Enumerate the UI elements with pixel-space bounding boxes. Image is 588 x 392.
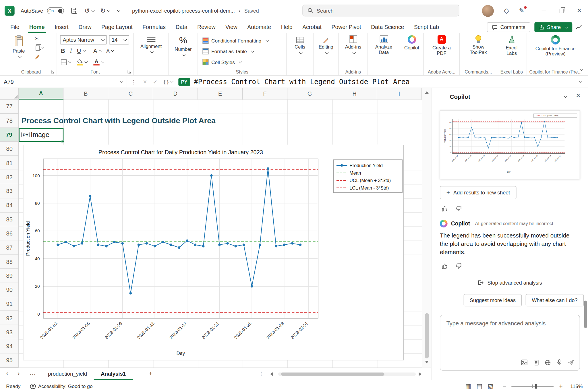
activity-chart-icon[interactable] (576, 24, 582, 30)
close-button[interactable]: × (570, 0, 588, 22)
zoom-out-button[interactable]: − (503, 383, 506, 390)
hscroll-right-icon[interactable] (419, 372, 421, 376)
column-header-C[interactable]: C (108, 88, 153, 99)
addins-button[interactable]: Add-ins (341, 35, 365, 55)
conditional-formatting-button[interactable]: Conditional Formatting (202, 36, 268, 45)
stop-analysis-button[interactable]: Stop advanced analysis (432, 279, 588, 285)
tab-formulas[interactable]: Formulas (138, 22, 171, 33)
row-header-93[interactable]: 93 (0, 325, 19, 339)
grow-font-button[interactable]: A (93, 47, 101, 54)
page-layout-view-icon[interactable]: ▤ (477, 383, 482, 390)
next-sheet-icon[interactable]: › (13, 370, 24, 379)
production-control-chart[interactable]: 0204060801002023-01-012023-01-052023-01-… (23, 145, 404, 360)
editing-button[interactable]: Editing (315, 37, 337, 55)
row-header-87[interactable]: 87 (0, 241, 19, 255)
chart-result-card[interactable]: 0204060801002023-01-012023-01-052023-01-… (440, 110, 580, 179)
new-sheet-button[interactable]: + (144, 370, 158, 378)
tab-page-layout[interactable]: Page Layout (96, 22, 138, 33)
row-header-81[interactable]: 81 (0, 156, 19, 170)
row-header-94[interactable]: 94 (0, 339, 19, 353)
tab-insert[interactable]: Insert (50, 22, 74, 33)
suggest-more-ideas-button[interactable]: Suggest more ideas (464, 294, 522, 306)
add-results-button[interactable]: + Add results to new sheet (440, 186, 517, 199)
vertical-scroll-thumb[interactable] (425, 313, 429, 358)
font-color-button[interactable]: A (93, 59, 104, 65)
normal-view-icon[interactable]: ▦ (465, 383, 471, 390)
undo-button[interactable]: ↺ (84, 7, 94, 15)
vertical-scrollbar[interactable] (422, 88, 431, 368)
copy-button[interactable] (34, 45, 44, 51)
excel-labs-button[interactable]: Excel Labs (502, 35, 521, 56)
zoom-slider[interactable] (512, 386, 554, 387)
save-icon[interactable] (71, 7, 78, 14)
cells-button[interactable]: Cells (289, 37, 312, 55)
column-header-A[interactable]: A (19, 88, 63, 99)
fill-color-button[interactable] (77, 59, 87, 65)
sheet-tab-analysis1[interactable]: Analysis1 (94, 368, 133, 380)
send-icon[interactable] (568, 359, 574, 365)
minimize-button[interactable] (535, 0, 553, 22)
autosave-toggle[interactable]: On (47, 7, 64, 14)
font-size-select[interactable]: 14 (109, 35, 129, 45)
row-header-86[interactable]: 86 (0, 227, 19, 241)
user-avatar[interactable] (482, 5, 494, 17)
quick-access-dropdown-icon[interactable] (117, 9, 120, 12)
enter-icon[interactable]: ✓ (150, 79, 160, 85)
row-header-84[interactable]: 84 (0, 198, 19, 212)
zoom-in-button[interactable]: + (559, 383, 562, 390)
italic-button[interactable]: I (70, 47, 72, 54)
all-sheets-icon[interactable]: ⋯ (24, 370, 41, 378)
cell-styles-button[interactable]: Cell Styles (202, 57, 242, 67)
tab-data[interactable]: Data (171, 22, 192, 33)
formula-text[interactable]: #Process Control Chart with Legend Outsi… (192, 78, 578, 86)
alignment-button[interactable]: Alignment (136, 37, 167, 54)
row-header-83[interactable]: 83 (0, 184, 19, 198)
insert-function-button[interactable]: { } (160, 79, 176, 85)
share-button[interactable]: Share (534, 22, 572, 32)
copilot-button[interactable]: Copilot (401, 35, 423, 51)
copilot-finance-button[interactable]: Copilot for Finance (Preview) (529, 35, 582, 57)
thumbs-down-icon[interactable] (455, 263, 462, 270)
insert-image-icon[interactable] (521, 360, 528, 365)
selected-cell-a79[interactable]: PY Image (19, 128, 63, 142)
tab-view[interactable]: View (220, 22, 242, 33)
thumbs-up-icon[interactable] (441, 263, 448, 270)
prev-sheet-icon[interactable]: ‹ (0, 370, 13, 379)
number-button[interactable]: % Number (171, 35, 196, 57)
row-header-80[interactable]: 80 (0, 142, 19, 156)
row-header-79[interactable]: 79 (0, 128, 19, 142)
cells-area[interactable]: Process Control Chart with Legend Outsid… (19, 100, 422, 368)
row-header-77[interactable]: 77 (0, 100, 19, 114)
create-pdf-button[interactable]: A Create a PDF (428, 35, 455, 56)
what-else-button[interactable]: What else can I do? (526, 294, 584, 306)
row-header-88[interactable]: 88 (0, 255, 19, 269)
row-header-89[interactable]: 89 (0, 269, 19, 283)
name-box[interactable]: A79 (0, 76, 127, 88)
horizontal-scrollbar[interactable] (278, 372, 416, 376)
restore-button[interactable] (553, 0, 570, 22)
tab-draw[interactable]: Draw (74, 22, 96, 33)
zoom-level[interactable]: 115% (570, 383, 583, 389)
bold-button[interactable]: B (61, 47, 65, 54)
row-header-85[interactable]: 85 (0, 212, 19, 226)
excel-app-icon[interactable]: X (5, 6, 15, 16)
tab-help[interactable]: Help (276, 22, 297, 33)
accessibility-status[interactable]: Accessibility: Good to go (38, 383, 93, 389)
font-name-select[interactable]: Aptos Narrow (60, 35, 107, 45)
search-box[interactable]: Search (302, 5, 459, 16)
expand-formula-bar-icon[interactable] (579, 80, 582, 83)
document-title[interactable]: python-excel-copilot-process-control-dem… (132, 8, 235, 14)
analyze-data-button[interactable]: Analyze Data (372, 35, 396, 55)
underline-button[interactable]: U (77, 47, 85, 54)
rewards-diamond-icon[interactable]: ◇ (504, 7, 509, 15)
borders-button[interactable] (61, 59, 71, 65)
fill-handle[interactable] (62, 140, 64, 142)
page-break-view-icon[interactable]: ▧ (488, 383, 494, 390)
copilot-pane-collapse-icon[interactable] (564, 94, 567, 98)
tab-data-science[interactable]: Data Science (366, 22, 409, 33)
comments-button[interactable]: Comments (487, 22, 530, 32)
sheet-title-cell[interactable]: Process Control Chart with Legend Outsid… (22, 114, 216, 128)
format-as-table-button[interactable]: Format as Table (202, 47, 254, 56)
scroll-up-icon[interactable] (425, 91, 429, 94)
tab-power-pivot[interactable]: Power Pivot (326, 22, 366, 33)
